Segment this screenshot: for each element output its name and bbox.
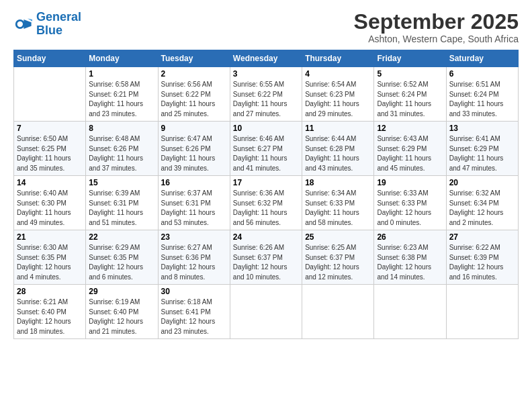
calendar-cell: 27 Sunrise: 6:22 AM Sunset: 6:39 PM Dayl… xyxy=(446,230,518,285)
day-number: 23 xyxy=(161,232,227,242)
week-row-3: 21 Sunrise: 6:30 AM Sunset: 6:35 PM Dayl… xyxy=(14,230,519,285)
daylight-label: Daylight: 11 hours and 35 minutes. xyxy=(17,154,71,172)
sunset-label: Sunset: 6:35 PM xyxy=(17,254,66,261)
calendar-cell: 3 Sunrise: 6:55 AM Sunset: 6:22 PM Dayli… xyxy=(230,67,302,122)
daylight-label: Daylight: 11 hours and 29 minutes. xyxy=(305,100,359,118)
sunrise-label: Sunrise: 6:58 AM xyxy=(89,81,140,88)
day-info: Sunrise: 6:36 AM Sunset: 6:32 PM Dayligh… xyxy=(233,189,299,228)
day-info: Sunrise: 6:51 AM Sunset: 6:24 PM Dayligh… xyxy=(449,80,515,119)
day-number: 26 xyxy=(377,232,443,242)
sunset-label: Sunset: 6:23 PM xyxy=(305,91,355,98)
sunset-label: Sunset: 6:29 PM xyxy=(377,145,427,152)
day-info: Sunrise: 6:32 AM Sunset: 6:34 PM Dayligh… xyxy=(449,189,515,228)
sunrise-label: Sunrise: 6:56 AM xyxy=(161,81,212,88)
day-info: Sunrise: 6:37 AM Sunset: 6:31 PM Dayligh… xyxy=(161,189,227,228)
logo: General Blue xyxy=(13,11,81,38)
logo-text: General Blue xyxy=(36,11,81,38)
calendar-table: Sunday Monday Tuesday Wednesday Thursday… xyxy=(13,50,519,339)
sunset-label: Sunset: 6:26 PM xyxy=(89,145,138,152)
day-number: 12 xyxy=(377,124,443,133)
day-info: Sunrise: 6:23 AM Sunset: 6:38 PM Dayligh… xyxy=(377,243,443,282)
day-info: Sunrise: 6:52 AM Sunset: 6:24 PM Dayligh… xyxy=(377,80,443,119)
week-row-4: 28 Sunrise: 6:21 AM Sunset: 6:40 PM Dayl… xyxy=(14,285,519,339)
sunrise-label: Sunrise: 6:55 AM xyxy=(233,81,284,88)
sunset-label: Sunset: 6:36 PM xyxy=(161,254,211,261)
sunset-label: Sunset: 6:33 PM xyxy=(305,199,355,207)
day-number: 17 xyxy=(233,178,299,187)
calendar-cell: 22 Sunrise: 6:29 AM Sunset: 6:35 PM Dayl… xyxy=(86,230,158,285)
daylight-label: Daylight: 11 hours and 33 minutes. xyxy=(449,100,504,118)
svg-marker-2 xyxy=(24,19,31,29)
calendar-cell: 21 Sunrise: 6:30 AM Sunset: 6:35 PM Dayl… xyxy=(14,230,86,285)
daylight-label: Daylight: 12 hours and 0 minutes. xyxy=(377,209,431,226)
calendar-cell: 11 Sunrise: 6:44 AM Sunset: 6:28 PM Dayl… xyxy=(302,122,374,176)
daylight-label: Daylight: 12 hours and 6 minutes. xyxy=(89,263,143,281)
sunrise-label: Sunrise: 6:40 AM xyxy=(17,189,68,197)
sunrise-label: Sunrise: 6:48 AM xyxy=(89,135,140,142)
calendar-cell xyxy=(302,285,374,339)
week-row-2: 14 Sunrise: 6:40 AM Sunset: 6:30 PM Dayl… xyxy=(14,176,519,230)
calendar-cell: 28 Sunrise: 6:21 AM Sunset: 6:40 PM Dayl… xyxy=(14,285,86,339)
sunrise-label: Sunrise: 6:19 AM xyxy=(89,298,140,306)
sunrise-label: Sunrise: 6:44 AM xyxy=(305,135,356,142)
day-info: Sunrise: 6:56 AM Sunset: 6:22 PM Dayligh… xyxy=(161,80,227,119)
sunset-label: Sunset: 6:26 PM xyxy=(161,145,211,152)
day-info: Sunrise: 6:50 AM Sunset: 6:25 PM Dayligh… xyxy=(17,134,83,173)
calendar-cell: 8 Sunrise: 6:48 AM Sunset: 6:26 PM Dayli… xyxy=(86,122,158,176)
svg-marker-3 xyxy=(28,18,32,21)
calendar-cell: 7 Sunrise: 6:50 AM Sunset: 6:25 PM Dayli… xyxy=(14,122,86,176)
daylight-label: Daylight: 11 hours and 45 minutes. xyxy=(377,154,431,172)
daylight-label: Daylight: 11 hours and 51 minutes. xyxy=(89,209,143,226)
day-number: 30 xyxy=(161,287,227,296)
day-info: Sunrise: 6:44 AM Sunset: 6:28 PM Dayligh… xyxy=(305,134,371,173)
header-tuesday: Tuesday xyxy=(158,50,230,67)
day-info: Sunrise: 6:25 AM Sunset: 6:37 PM Dayligh… xyxy=(305,243,371,282)
day-info: Sunrise: 6:21 AM Sunset: 6:40 PM Dayligh… xyxy=(17,298,83,336)
calendar-cell: 24 Sunrise: 6:26 AM Sunset: 6:37 PM Dayl… xyxy=(230,230,302,285)
calendar-cell: 19 Sunrise: 6:33 AM Sunset: 6:33 PM Dayl… xyxy=(374,176,446,230)
day-info: Sunrise: 6:26 AM Sunset: 6:37 PM Dayligh… xyxy=(233,243,299,282)
day-info: Sunrise: 6:41 AM Sunset: 6:29 PM Dayligh… xyxy=(449,134,515,173)
calendar-cell: 23 Sunrise: 6:27 AM Sunset: 6:36 PM Dayl… xyxy=(158,230,230,285)
header-sunday: Sunday xyxy=(14,50,86,67)
day-number: 13 xyxy=(449,124,515,133)
sunset-label: Sunset: 6:24 PM xyxy=(449,91,499,98)
calendar-cell: 9 Sunrise: 6:47 AM Sunset: 6:26 PM Dayli… xyxy=(158,122,230,176)
sunset-label: Sunset: 6:34 PM xyxy=(449,199,499,207)
logo-line1: General xyxy=(36,10,81,24)
sunrise-label: Sunrise: 6:32 AM xyxy=(449,189,500,197)
daylight-label: Daylight: 11 hours and 39 minutes. xyxy=(161,154,216,172)
calendar-cell: 12 Sunrise: 6:43 AM Sunset: 6:29 PM Dayl… xyxy=(374,122,446,176)
calendar-cell xyxy=(374,285,446,339)
calendar-cell: 14 Sunrise: 6:40 AM Sunset: 6:30 PM Dayl… xyxy=(14,176,86,230)
header-friday: Friday xyxy=(374,50,446,67)
calendar-cell xyxy=(14,67,86,122)
sunrise-label: Sunrise: 6:22 AM xyxy=(449,244,500,251)
header-saturday: Saturday xyxy=(446,50,518,67)
page: General Blue September 2025 Ashton, West… xyxy=(0,0,532,346)
day-number: 27 xyxy=(449,232,515,242)
sunset-label: Sunset: 6:38 PM xyxy=(377,254,427,261)
calendar-cell: 16 Sunrise: 6:37 AM Sunset: 6:31 PM Dayl… xyxy=(158,176,230,230)
week-row-1: 7 Sunrise: 6:50 AM Sunset: 6:25 PM Dayli… xyxy=(14,122,519,176)
sunrise-label: Sunrise: 6:30 AM xyxy=(17,244,68,251)
day-info: Sunrise: 6:46 AM Sunset: 6:27 PM Dayligh… xyxy=(233,134,299,173)
sunset-label: Sunset: 6:27 PM xyxy=(233,145,283,152)
day-info: Sunrise: 6:18 AM Sunset: 6:41 PM Dayligh… xyxy=(161,298,227,336)
header-wednesday: Wednesday xyxy=(230,50,302,67)
sunset-label: Sunset: 6:37 PM xyxy=(305,254,355,261)
sunset-label: Sunset: 6:30 PM xyxy=(17,199,66,207)
header-monday: Monday xyxy=(86,50,158,67)
daylight-label: Daylight: 12 hours and 8 minutes. xyxy=(161,263,216,281)
daylight-label: Daylight: 11 hours and 37 minutes. xyxy=(89,154,143,172)
day-number: 6 xyxy=(449,69,515,79)
daylight-label: Daylight: 11 hours and 23 minutes. xyxy=(89,100,143,118)
calendar-cell: 25 Sunrise: 6:25 AM Sunset: 6:37 PM Dayl… xyxy=(302,230,374,285)
logo-line2: Blue xyxy=(36,24,62,37)
day-number: 2 xyxy=(161,69,227,79)
day-number: 21 xyxy=(17,232,83,242)
calendar-subtitle: Ashton, Western Cape, South Africa xyxy=(354,34,519,44)
sunrise-label: Sunrise: 6:52 AM xyxy=(377,81,428,88)
sunset-label: Sunset: 6:39 PM xyxy=(449,254,499,261)
daylight-label: Daylight: 11 hours and 25 minutes. xyxy=(161,100,216,118)
